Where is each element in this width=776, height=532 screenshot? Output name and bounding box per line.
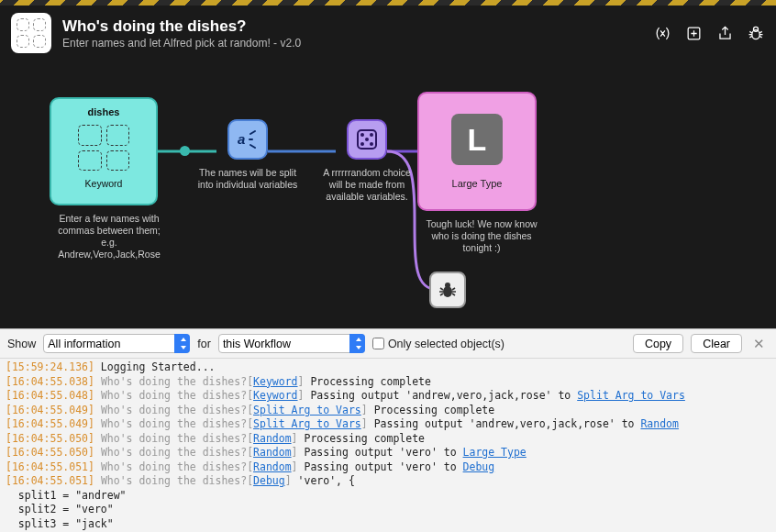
svg-point-9 (370, 142, 373, 146)
node-largetype-caption: Large Type (452, 178, 503, 189)
log-link[interactable]: Split Arg to Vars (253, 404, 361, 416)
only-selected-checkbox[interactable]: Only selected object(s) (372, 338, 504, 350)
header-bar: Who's doing the dishes? Enter names and … (0, 6, 776, 62)
log-link[interactable]: Keyword (253, 375, 297, 388)
copy-button[interactable]: Copy (633, 334, 683, 353)
title-block: Who's doing the dishes? Enter names and … (62, 17, 642, 50)
port-keyword-out[interactable] (180, 146, 190, 156)
split-icon: a (227, 119, 268, 160)
debug-log[interactable]: [15:59:24.136] Logging Started... [16:04… (0, 359, 776, 532)
only-selected-label: Only selected object(s) (388, 338, 504, 350)
grid-icon (78, 125, 129, 171)
debug-panel: Show All information for this Workflow O… (0, 328, 776, 532)
filter-scope-select[interactable]: this Workflow (218, 334, 365, 353)
header-actions (653, 24, 765, 42)
log-link[interactable]: Random (253, 460, 292, 473)
log-link[interactable]: Random (253, 432, 292, 445)
svg-point-11 (445, 283, 450, 288)
dice-icon (347, 119, 387, 160)
large-type-icon: L (451, 114, 503, 165)
node-random-desc: A rrrrrrandom choice will be made from a… (316, 167, 417, 203)
node-keyword-title: dishes (88, 106, 120, 117)
page-subtitle: Enter names and let Alfred pick at rando… (62, 37, 642, 50)
vars-icon[interactable] (653, 24, 671, 42)
filter-level-select[interactable]: All information (43, 334, 190, 353)
node-debug[interactable] (425, 272, 471, 308)
add-icon[interactable] (684, 24, 703, 42)
workflow-icon (11, 13, 51, 53)
svg-text:a: a (238, 131, 245, 147)
debug-bug-icon (429, 272, 466, 308)
node-random[interactable]: A rrrrrrandom choice will be made from a… (316, 119, 417, 203)
debug-toolbar: Show All information for this Workflow O… (0, 329, 776, 359)
node-split[interactable]: a The names will be split into individua… (197, 119, 298, 191)
log-link[interactable]: Debug (463, 460, 495, 473)
svg-point-8 (360, 142, 364, 146)
log-link[interactable]: Split Arg to Vars (253, 417, 361, 430)
share-icon[interactable] (715, 24, 734, 42)
node-largetype[interactable]: L Large Type Tough luck! We now know who… (417, 92, 551, 254)
node-split-desc: The names will be split into individual … (197, 167, 298, 191)
node-largetype-desc: Tough luck! We now know who is doing the… (417, 218, 546, 254)
svg-point-7 (365, 138, 369, 141)
node-keyword-caption: Keyword (85, 178, 123, 189)
page-title: Who's doing the dishes? (62, 17, 642, 36)
bug-icon[interactable] (747, 24, 765, 42)
log-link[interactable]: Random (640, 417, 679, 430)
svg-point-2 (754, 27, 759, 31)
clear-button[interactable]: Clear (691, 334, 742, 353)
show-label: Show (7, 338, 36, 350)
log-link[interactable]: Split Arg to Vars (577, 389, 685, 402)
svg-point-5 (360, 133, 364, 137)
only-selected-input[interactable] (372, 338, 384, 349)
log-link[interactable]: Debug (253, 474, 285, 487)
log-link[interactable]: Large Type (463, 446, 527, 459)
log-link[interactable]: Keyword (253, 389, 297, 402)
workflow-canvas[interactable]: dishes Keyword Enter a few names with co… (0, 62, 776, 328)
node-keyword-desc: Enter a few names with commas between th… (50, 213, 169, 261)
node-keyword[interactable]: dishes Keyword Enter a few names with co… (50, 97, 169, 261)
close-icon[interactable]: ✕ (749, 336, 769, 352)
for-label: for (197, 338, 211, 350)
log-link[interactable]: Random (253, 446, 292, 459)
svg-point-6 (370, 133, 373, 137)
